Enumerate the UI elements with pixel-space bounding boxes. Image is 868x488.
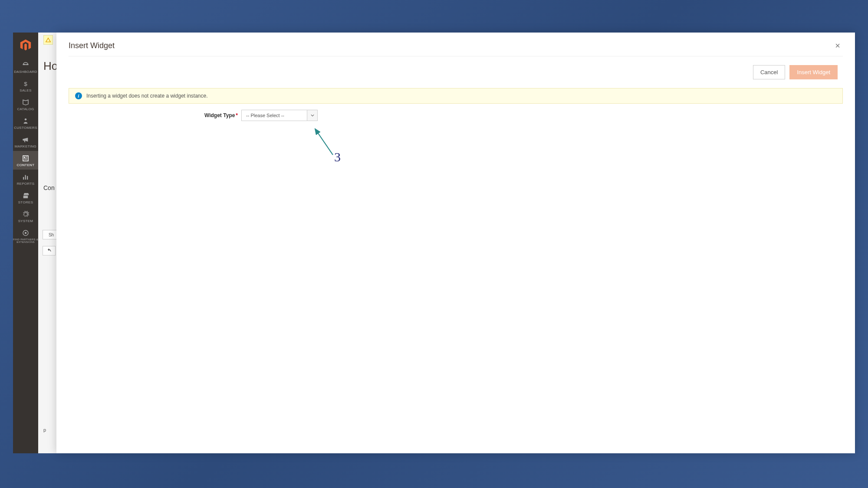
section-label-fragment: Con xyxy=(43,184,55,191)
store-icon xyxy=(22,192,30,200)
svg-line-13 xyxy=(315,129,333,155)
svg-point-12 xyxy=(25,232,27,234)
modal-header: Insert Widget × xyxy=(56,33,855,56)
widget-form: Widget Type* -- Please Select -- xyxy=(69,110,843,121)
catalog-icon xyxy=(22,98,30,106)
nav-label: SALES xyxy=(13,89,38,92)
close-icon[interactable]: × xyxy=(832,40,843,51)
nav-partners[interactable]: FIND PARTNERS & EXTENSIONS xyxy=(13,226,38,246)
gear-icon xyxy=(22,210,30,218)
nav-customers[interactable]: CUSTOMERS xyxy=(13,114,38,132)
editor-undo-fragment xyxy=(43,246,56,255)
dollar-icon: $ xyxy=(22,80,30,88)
chevron-down-icon xyxy=(307,110,317,121)
info-message: Inserting a widget does not create a wid… xyxy=(86,93,208,99)
modal-action-bar: Cancel Insert Widget xyxy=(69,56,843,88)
content-icon xyxy=(22,154,30,162)
annotation-arrow xyxy=(309,124,339,164)
svg-rect-8 xyxy=(23,177,24,180)
insert-widget-button[interactable]: Insert Widget xyxy=(789,65,838,79)
insert-widget-modal: Insert Widget × Cancel Insert Widget i I… xyxy=(56,33,855,453)
magento-logo-icon xyxy=(17,37,34,53)
nav-stores[interactable]: STORES xyxy=(13,188,38,207)
widget-type-label-wrap: Widget Type* xyxy=(69,112,238,118)
svg-rect-4 xyxy=(23,156,28,161)
svg-rect-6 xyxy=(26,157,27,157)
svg-text:$: $ xyxy=(24,81,27,87)
dashboard-icon xyxy=(22,61,30,69)
nav-label: CATALOG xyxy=(13,108,38,111)
info-banner: i Inserting a widget does not create a w… xyxy=(69,88,843,104)
annotation-number: 3 xyxy=(334,150,341,164)
info-icon: i xyxy=(75,92,82,99)
editor-status-fragment: p xyxy=(43,427,46,432)
widget-type-label: Widget Type xyxy=(204,112,235,118)
warning-banner-fragment xyxy=(43,35,53,45)
person-icon xyxy=(22,117,30,125)
nav-label: SYSTEM xyxy=(13,219,38,223)
nav-label: DASHBOARD xyxy=(13,70,38,74)
partners-icon xyxy=(22,229,30,237)
svg-rect-5 xyxy=(24,157,25,158)
nav-system[interactable]: SYSTEM xyxy=(13,207,38,226)
nav-label: STORES xyxy=(13,201,38,204)
nav-label: CONTENT xyxy=(13,164,38,167)
svg-marker-1 xyxy=(24,43,27,50)
nav-label: FIND PARTNERS & EXTENSIONS xyxy=(13,238,38,243)
nav-marketing[interactable]: MARKETING xyxy=(13,132,38,151)
svg-rect-10 xyxy=(27,176,28,180)
nav-reports[interactable]: REPORTS xyxy=(13,170,38,188)
svg-rect-9 xyxy=(25,175,26,180)
nav-dashboard[interactable]: DASHBOARD xyxy=(13,58,38,76)
nav-label: REPORTS xyxy=(13,182,38,186)
svg-point-3 xyxy=(25,118,27,121)
admin-sidebar: DASHBOARD $ SALES CATALOG CUSTOMERS MARK… xyxy=(13,33,38,453)
cancel-button[interactable]: Cancel xyxy=(753,65,785,79)
widget-type-row: Widget Type* -- Please Select -- xyxy=(69,110,843,121)
nav-sales[interactable]: $ SALES xyxy=(13,76,38,95)
svg-rect-7 xyxy=(24,159,27,160)
nav-label: MARKETING xyxy=(13,145,38,148)
megaphone-icon xyxy=(22,136,30,144)
required-indicator: * xyxy=(236,112,238,118)
chart-icon xyxy=(22,173,30,181)
nav-catalog[interactable]: CATALOG xyxy=(13,95,38,114)
widget-type-value: -- Please Select -- xyxy=(242,110,307,121)
nav-content[interactable]: CONTENT xyxy=(13,151,38,170)
nav-label: CUSTOMERS xyxy=(13,126,38,130)
modal-title: Insert Widget xyxy=(69,41,115,50)
widget-type-select[interactable]: -- Please Select -- xyxy=(241,110,318,121)
app-stage: DASHBOARD $ SALES CATALOG CUSTOMERS MARK… xyxy=(13,33,855,453)
